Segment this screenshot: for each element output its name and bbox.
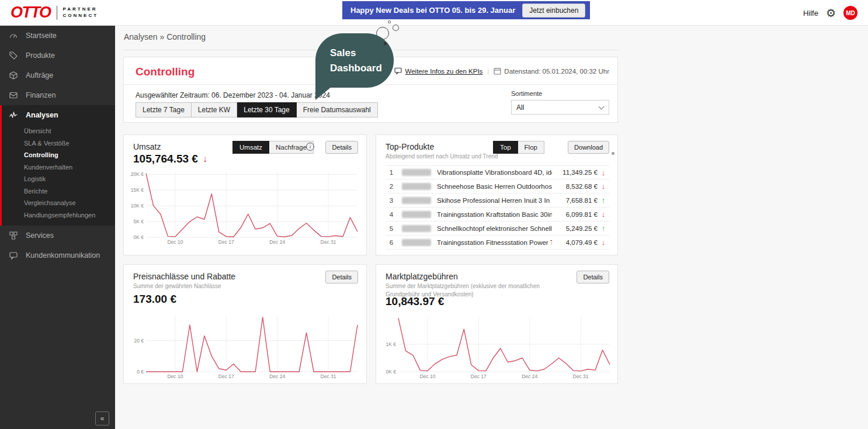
sidebar-nav: Startseite Produkte Aufträge Finanzen An… bbox=[0, 26, 115, 429]
toggle-umsatz[interactable]: Umsatz bbox=[232, 141, 269, 154]
product-row[interactable]: 6 Trainingsstation Fitnessstation Power … bbox=[386, 236, 609, 250]
page-title: Controlling bbox=[136, 65, 195, 78]
top-bar: OTTO PARTNER CONNECT Happy New Deals bei… bbox=[0, 0, 868, 26]
promo-banner: Happy New Deals bei OTTO 05. bis 29. Jan… bbox=[342, 1, 590, 19]
sortimente-label: Sortimente bbox=[511, 90, 609, 97]
kpi-info-label: Weitere Infos zu den KPIs bbox=[405, 68, 483, 75]
svg-text:Dec 24: Dec 24 bbox=[269, 239, 285, 245]
logo-subtitle-line1: PARTNER bbox=[63, 6, 98, 12]
svg-text:15K €: 15K € bbox=[131, 187, 144, 193]
svg-text:Dec 31: Dec 31 bbox=[321, 373, 336, 379]
info-icon[interactable]: i bbox=[306, 143, 314, 151]
umsatz-value: 105,764.53 € ↓ bbox=[133, 153, 207, 165]
product-value: 6,099.81 € bbox=[552, 211, 598, 218]
umsatz-details-button[interactable]: Details bbox=[325, 141, 358, 154]
product-row[interactable]: 1 Vibrationsplatte Vibrationsboard 4D, i… bbox=[386, 165, 609, 179]
sidebar-item-services[interactable]: Services bbox=[0, 226, 115, 245]
timeframe-label: Ausgewählter Zeitraum: 06. Dezember 2023… bbox=[136, 91, 330, 99]
sidebar-subitem-berichte[interactable]: Berichte bbox=[2, 185, 115, 198]
bubble-tail bbox=[315, 87, 331, 100]
range-button-letzte-kw[interactable]: Letzte KW bbox=[192, 102, 237, 117]
product-id-blurred bbox=[402, 169, 431, 176]
sidebar-subitem-uebersicht[interactable]: Übersicht bbox=[2, 125, 115, 137]
otto-partner-connect-logo[interactable]: OTTO PARTNER CONNECT bbox=[11, 5, 98, 20]
product-row[interactable]: 3 Skihose Professional Herren Inuit 3 In… bbox=[386, 193, 609, 207]
rabatte-details-button[interactable]: Details bbox=[325, 271, 358, 283]
trend-arrow-icon: ↑ bbox=[598, 196, 609, 205]
product-row[interactable]: 4 Trainingsstation Kraftstation Basic 30… bbox=[386, 207, 609, 222]
product-row[interactable]: 5 Schnellkochtopf elektronischer Schnell… bbox=[386, 222, 609, 236]
sidebar-subitem-logistik[interactable]: Logistik bbox=[2, 173, 115, 185]
product-rank: 6 bbox=[386, 239, 397, 246]
sidebar-item-startseite[interactable]: Startseite bbox=[0, 26, 115, 46]
product-name: Skihose Professional Herren Inuit 3 In 1… bbox=[437, 197, 552, 204]
sidebar-subitem-kundenverhalten[interactable]: Kundenverhalten bbox=[2, 161, 115, 174]
logo-subtitle-line2: CONNECT bbox=[63, 13, 99, 18]
sortimente-selected-value: All bbox=[516, 103, 524, 112]
help-link[interactable]: Hilfe bbox=[803, 9, 818, 18]
range-button-letzte-30-tage[interactable]: Letzte 30 Tage bbox=[237, 102, 297, 117]
product-name: Vibrationsplatte Vibrationsboard 4D, ide… bbox=[437, 169, 552, 176]
svg-text:Dec 24: Dec 24 bbox=[522, 373, 537, 379]
sales-dashboard-overlay: Sales Dashboard bbox=[315, 32, 409, 108]
sidebar-group-analysen: Analysen Übersicht SLA & Verstöße Contro… bbox=[0, 105, 115, 226]
product-id-blurred bbox=[402, 239, 431, 246]
subitem-label: Logistik bbox=[24, 175, 46, 182]
gebuehren-title: Marktplatzgebühren bbox=[386, 272, 458, 281]
sortimente-select[interactable]: All bbox=[511, 100, 609, 115]
toggle-flop[interactable]: Flop bbox=[518, 141, 544, 154]
product-row[interactable]: 2 Schneehose Basic Herren Outdoorhose Re… bbox=[386, 179, 609, 193]
trend-arrow-icon: ↓ bbox=[598, 210, 609, 219]
decorative-circle-tiny bbox=[388, 20, 391, 23]
jetzt-einbuchen-button[interactable]: Jetzt einbuchen bbox=[522, 4, 585, 18]
sidebar-item-kundenkommunikation[interactable]: Kundenkommunikation bbox=[0, 245, 115, 265]
sidebar-item-label: Aufträge bbox=[26, 71, 53, 79]
sales-dashboard-bubble: Sales Dashboard bbox=[315, 33, 394, 88]
top-produkte-card: Top-Produkte Absteigend sortiert nach Um… bbox=[376, 134, 618, 255]
product-value: 11,349.25 € bbox=[552, 169, 598, 176]
gear-icon[interactable]: ⚙ bbox=[826, 8, 836, 19]
umsatz-value-text: 105,764.53 € bbox=[133, 153, 198, 165]
user-avatar[interactable]: MD bbox=[843, 6, 857, 20]
umsatz-nachfrage-toggle: Umsatz Nachfrage bbox=[232, 141, 314, 154]
rabatte-value: 173.00 € bbox=[133, 293, 176, 306]
svg-text:Dec 24: Dec 24 bbox=[269, 373, 285, 379]
range-button-letzte-7-tage[interactable]: Letzte 7 Tage bbox=[136, 102, 192, 117]
product-rank: 5 bbox=[386, 225, 397, 232]
svg-text:Dec 17: Dec 17 bbox=[471, 373, 487, 379]
gebuehren-chart: Dec 10Dec 17Dec 24Dec 310K €1K € bbox=[380, 314, 614, 380]
product-name: Schnellkochtopf elektronischer Schnellko… bbox=[437, 225, 552, 232]
bubble-line1: Sales bbox=[330, 47, 356, 58]
subitem-label: SLA & Verstöße bbox=[24, 140, 70, 147]
trend-arrow-icon: ↓ bbox=[598, 168, 609, 177]
sidebar-item-auftraege[interactable]: Aufträge bbox=[0, 65, 115, 85]
product-value: 4,079.49 € bbox=[552, 239, 598, 246]
gebuehren-details-button[interactable]: Details bbox=[577, 271, 609, 283]
subitem-label: Controlling bbox=[24, 151, 58, 158]
main-content: Analysen » Controlling Sales Dashboard C… bbox=[123, 26, 619, 429]
sidebar-item-label: Services bbox=[26, 231, 54, 240]
sidebar-item-analysen[interactable]: Analysen bbox=[2, 105, 115, 125]
svg-text:Dec 10: Dec 10 bbox=[419, 373, 435, 379]
toggle-top[interactable]: Top bbox=[493, 141, 518, 154]
logo-divider bbox=[57, 6, 57, 20]
sidebar-subitem-controlling[interactable]: Controlling bbox=[2, 149, 115, 161]
sidebar-item-label: Startseite bbox=[26, 32, 57, 40]
sidebar-subitem-handlungsempfehlungen[interactable]: Handlungsempfehlungen bbox=[2, 209, 115, 222]
sidebar-subitem-vergleichsanalyse[interactable]: Vergleichsanalyse bbox=[2, 197, 115, 209]
scroll-indicator-dot bbox=[612, 152, 614, 155]
sidebar-item-label: Analysen bbox=[26, 111, 58, 119]
topbar-actions: Hilfe ⚙ MD bbox=[803, 0, 857, 26]
product-value: 5,249.25 € bbox=[552, 225, 598, 232]
sidebar-collapse-button[interactable]: « bbox=[95, 411, 109, 425]
sidebar-item-produkte[interactable]: Produkte bbox=[0, 46, 115, 65]
download-button[interactable]: Download bbox=[568, 141, 609, 154]
sidebar-subitem-sla-verstoesse[interactable]: SLA & Verstöße bbox=[2, 137, 115, 150]
decorative-circle-small bbox=[393, 25, 399, 31]
sidebar-item-finanzen[interactable]: Finanzen bbox=[0, 85, 115, 105]
sidebar-item-label: Kundenkommunikation bbox=[26, 251, 100, 260]
subitem-label: Handlungsempfehlungen bbox=[24, 212, 95, 219]
svg-text:5K €: 5K € bbox=[134, 219, 144, 224]
chevron-down-icon bbox=[599, 104, 605, 110]
svg-text:0K €: 0K € bbox=[386, 369, 397, 375]
